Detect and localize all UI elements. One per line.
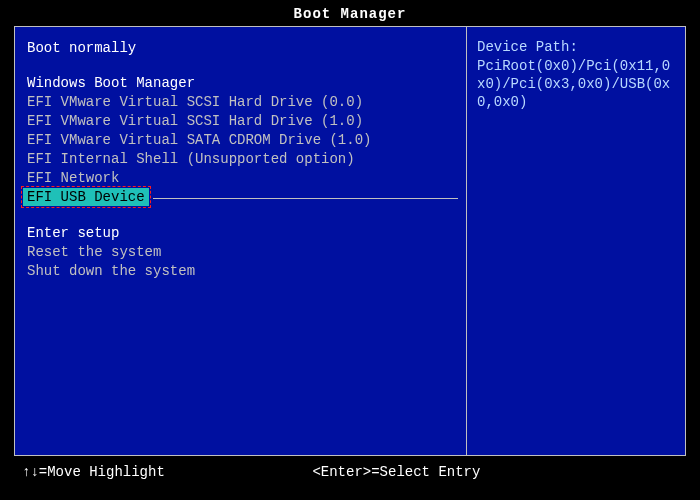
hint-select: <Enter>=Select Entry xyxy=(312,464,480,480)
device-info-panel: Device Path: PciRoot(0x0)/Pci(0x11,0x0)/… xyxy=(466,26,686,456)
boot-menu-item[interactable]: EFI Network xyxy=(23,169,458,187)
boot-menu-item[interactable]: Shut down the system xyxy=(23,262,458,280)
boot-menu-item[interactable]: Enter setup xyxy=(23,224,458,242)
page-title: Boot Manager xyxy=(0,0,700,26)
boot-menu-item[interactable]: Windows Boot Manager xyxy=(23,74,458,92)
boot-menu-item[interactable]: Boot normally xyxy=(23,39,458,57)
menu-spacer xyxy=(23,208,458,224)
hint-move: ↑↓=Move Highlight xyxy=(22,464,165,480)
boot-menu-panel: Boot normallyWindows Boot ManagerEFI VMw… xyxy=(14,26,466,456)
menu-spacer xyxy=(23,58,458,74)
boot-menu-item[interactable]: EFI VMware Virtual SCSI Hard Drive (0.0) xyxy=(23,93,458,111)
boot-menu-item[interactable]: EFI Internal Shell (Unsupported option) xyxy=(23,150,458,168)
main-area: Boot normallyWindows Boot ManagerEFI VMw… xyxy=(0,26,700,456)
device-path-label: Device Path: xyxy=(477,39,675,55)
boot-menu-item-selected[interactable]: EFI USB Device xyxy=(23,188,149,206)
boot-menu-item[interactable]: Reset the system xyxy=(23,243,458,261)
boot-menu-item[interactable]: EFI VMware Virtual SATA CDROM Drive (1.0… xyxy=(23,131,458,149)
footer-hints: ↑↓=Move Highlight <Enter>=Select Entry xyxy=(0,456,700,480)
boot-menu-item[interactable]: EFI VMware Virtual SCSI Hard Drive (1.0) xyxy=(23,112,458,130)
device-path-value: PciRoot(0x0)/Pci(0x11,0x0)/Pci(0x3,0x0)/… xyxy=(477,57,675,112)
